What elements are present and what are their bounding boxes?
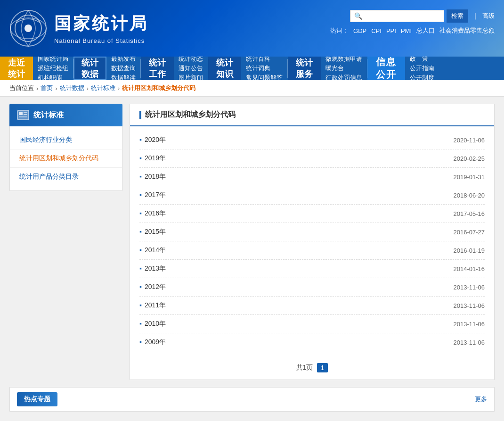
hot-link-retail[interactable]: 社会消费品零售总额 — [439, 26, 495, 35]
nav-zoujin-cn2: 统计 — [8, 68, 25, 80]
nav-service-sub: 微观数据申请 曝光台 行政处罚信息 — [321, 57, 367, 80]
nav-sub-discipline[interactable]: 派驻纪检组 — [38, 64, 68, 73]
breadcrumb-arrow4: › — [118, 85, 120, 92]
nav-knowledge-cn2: 知识 — [216, 68, 233, 80]
hot-link-population[interactable]: 总人口 — [416, 26, 435, 35]
hot-topics-header: 热点专题 — [17, 392, 57, 406]
breadcrumb-arrow1: › — [36, 85, 38, 92]
list-item[interactable]: 2014年2016-01-19 — [139, 241, 485, 260]
list-item-label: 2012年 — [139, 283, 166, 291]
nav-sub-photo[interactable]: 图片新闻 — [179, 74, 203, 82]
list-item-label: 2019年 — [139, 154, 166, 163]
sidebar-title: 统计标准 — [33, 110, 64, 120]
bottom-section: 热点专题 更多 — [9, 387, 495, 412]
list-item[interactable]: 2012年2013-11-06 — [139, 278, 485, 297]
nav-zoujin[interactable]: 走近 统计 — [0, 57, 33, 80]
nav-work[interactable]: 统计 工作 — [141, 57, 174, 80]
nav-data-sub: 最新发布 数据查询 数据解读 — [106, 57, 140, 80]
hot-link-pmi[interactable]: PMI — [401, 27, 412, 34]
content-header-bar — [139, 111, 141, 119]
search-divider: ｜ — [472, 12, 479, 20]
breadcrumb-current-pos: 当前位置 — [9, 84, 34, 92]
list-item-date: 2013-11-06 — [454, 321, 485, 328]
nav-work-cn2: 工作 — [149, 68, 166, 80]
hot-link-cpi[interactable]: CPI — [371, 27, 382, 34]
search-icon: 🔍 — [354, 12, 362, 20]
nav-sub-faq[interactable]: 常见问题解答 — [246, 74, 283, 82]
list-item-label: 2017年 — [139, 191, 166, 199]
breadcrumb-current: 统计用区划和城乡划分代码 — [122, 84, 195, 92]
list-item[interactable]: 2015年2016-07-27 — [139, 223, 485, 241]
nav-sub-query[interactable]: 数据查询 — [111, 64, 136, 73]
svg-rect-6 — [24, 112, 27, 113]
nav-service[interactable]: 统计 服务 — [288, 57, 321, 80]
nav-sub-spotlight[interactable]: 曝光台 — [325, 64, 362, 73]
list-item-date: 2013-11-06 — [454, 339, 485, 346]
nav-sub-interpret[interactable]: 数据解读 — [111, 74, 136, 82]
nav-knowledge-cn: 统计 — [216, 57, 233, 68]
svg-rect-8 — [19, 116, 27, 117]
list-item-label: 2014年 — [139, 246, 166, 255]
list-item[interactable]: 2011年2013-11-06 — [139, 297, 485, 315]
content-title: 统计用区划和城乡划分代码 — [145, 110, 236, 120]
nav-info-cn: 信息 — [376, 56, 397, 68]
list-item[interactable]: 2010年2013-11-06 — [139, 315, 485, 333]
list-item[interactable]: 2013年2014-01-16 — [139, 260, 485, 278]
svg-rect-5 — [19, 112, 23, 115]
list-item-label: 2015年 — [139, 228, 166, 236]
breadcrumb-stats-data[interactable]: 统计数据 — [60, 84, 84, 92]
search-input[interactable] — [364, 13, 439, 20]
nav-sub-notice[interactable]: 通知公告 — [179, 64, 203, 73]
search-input-wrapper: 🔍 — [350, 10, 444, 22]
breadcrumb-home[interactable]: 首页 — [41, 84, 53, 92]
header: 国家统计局 National Bureau of Statistics 🔍 检索… — [0, 0, 504, 57]
nav-data-cn2: 数据 — [81, 68, 98, 80]
list-item[interactable]: 2019年2020-02-25 — [139, 149, 485, 168]
logo-icon — [9, 9, 47, 47]
list-item-label: 2016年 — [139, 209, 166, 218]
sidebar-item-products[interactable]: 统计用产品分类目录 — [10, 168, 122, 186]
list-item-label: 2018年 — [139, 173, 166, 181]
svg-point-3 — [24, 25, 32, 32]
list-item[interactable]: 2018年2019-01-31 — [139, 168, 485, 186]
list-item[interactable]: 2017年2018-06-20 — [139, 186, 485, 205]
header-right: 🔍 检索 ｜ 高级 热词： GDP CPI PPI PMI 总人口 社会消费品零… — [330, 9, 495, 35]
content-header: 统计用区划和城乡划分代码 — [130, 104, 494, 126]
hot-link-gdp[interactable]: GDP — [353, 27, 366, 34]
breadcrumb-stats-standard[interactable]: 统计标准 — [91, 84, 115, 92]
nav-data[interactable]: 统计 数据 — [73, 57, 106, 80]
nav-bar: 走近 统计 国家统计局 派驻纪检组 机构职能 统计 数据 最新发布 数据查询 数… — [0, 57, 504, 80]
list-item-date: 2013-11-06 — [454, 284, 485, 291]
page-num-1[interactable]: 1 — [317, 363, 328, 372]
nav-sub-system[interactable]: 公开制度 — [410, 74, 434, 82]
list-item-date: 2018-06-20 — [454, 192, 485, 199]
list-item[interactable]: 2020年2020-11-06 — [139, 131, 485, 149]
list-item[interactable]: 2009年2013-11-06 — [139, 333, 485, 351]
hot-links: 热词： GDP CPI PPI PMI 总人口 社会消费品零售总额 — [330, 26, 495, 35]
nav-sub-guide[interactable]: 公开指南 — [410, 64, 434, 73]
nav-zoujin-cn: 走近 — [8, 57, 25, 68]
list-item-label: 2010年 — [139, 320, 166, 328]
nav-sub-penalty[interactable]: 行政处罚信息 — [325, 74, 362, 82]
advanced-search-link[interactable]: 高级 — [482, 12, 495, 20]
breadcrumb-arrow2: › — [55, 85, 57, 92]
logo-cn: 国家统计局 — [54, 12, 148, 35]
nav-sub-functions[interactable]: 机构职能 — [38, 74, 68, 82]
nav-knowledge[interactable]: 统计 知识 — [208, 57, 241, 80]
nav-service-cn2: 服务 — [296, 68, 313, 80]
list-item[interactable]: 2016年2017-05-16 — [139, 205, 485, 223]
sidebar-item-division[interactable]: 统计用区划和城乡划分代码 — [10, 149, 122, 168]
list-item-label: 2013年 — [139, 264, 166, 273]
sidebar-item-industry[interactable]: 国民经济行业分类 — [10, 131, 122, 149]
more-link[interactable]: 更多 — [475, 395, 487, 404]
nav-sub-dict[interactable]: 统计词典 — [246, 64, 283, 73]
breadcrumb-arrow3: › — [87, 85, 89, 92]
nav-info[interactable]: 信息 公开 — [367, 57, 405, 80]
hot-link-ppi[interactable]: PPI — [386, 27, 396, 34]
nav-zoujin-sub: 国家统计局 派驻纪检组 机构职能 — [33, 57, 73, 80]
nav-knowledge-sub: 统计百科 统计词典 常见问题解答 — [241, 57, 287, 80]
logo-en: National Bureau of Statistics — [54, 37, 148, 44]
search-button[interactable]: 检索 — [447, 9, 468, 23]
sidebar-body: 国民经济行业分类 统计用区划和城乡划分代码 统计用产品分类目录 — [9, 126, 122, 191]
list-item-date: 2016-07-27 — [454, 229, 485, 236]
